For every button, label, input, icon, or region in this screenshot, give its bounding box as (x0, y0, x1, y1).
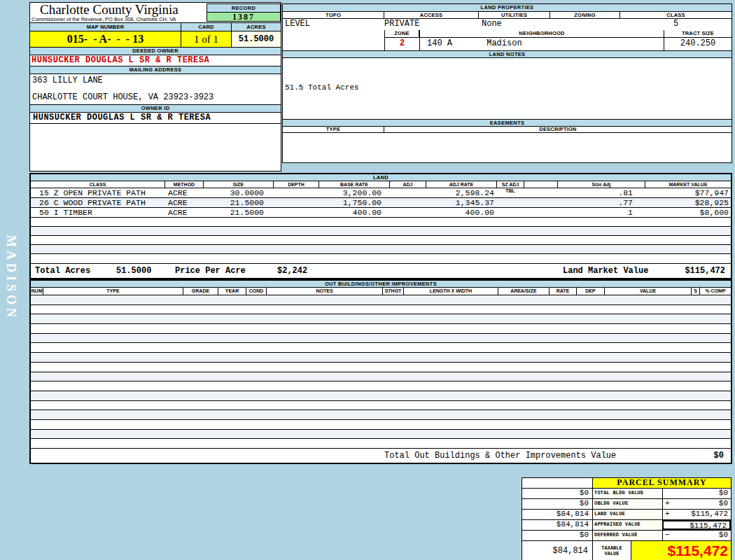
ob-num-header: NUM (31, 288, 43, 295)
easements-section-label: EASEMENTS (283, 119, 732, 127)
out-buildings-panel: OUT BUILDINGS/OTHER IMPROVEMENTS NUM TYP… (29, 279, 732, 464)
land-empty-row (31, 236, 731, 245)
price-per-acre-value: $2,242 (277, 266, 307, 276)
zone-row-spacer (283, 30, 384, 50)
land-row-method: ACRE (165, 198, 204, 207)
ps-row-value-cell: $115,472 (662, 520, 731, 530)
land-properties-values: LEVEL PRIVATE None 5 (283, 19, 732, 30)
tract-size-value: 240.250 (664, 38, 732, 50)
ob-empty-row (31, 410, 731, 420)
land-row: 26 C WOOD PRIVATE PATH ACRE 21.5000 1,75… (31, 198, 731, 208)
ps-row-land: $84,814 LAND VALUE + $115,472 (522, 509, 731, 519)
ps-value: $115,472 (690, 522, 727, 531)
map-number-label: MAP NUMBER (30, 23, 181, 31)
ps-row-label: TOTAL BLDG VALUE (592, 489, 662, 498)
land-row-adj-rate: 1,345.37 (426, 198, 497, 207)
mailing-address-label: MAILING ADDRESS (30, 66, 281, 74)
land-row-market-value: $77,947 (645, 188, 731, 197)
address-line-1: 363 LILLY LANE (32, 76, 103, 85)
utilities-value: None (479, 19, 550, 30)
land-row-adj (390, 198, 426, 207)
land-row-blank (524, 198, 558, 207)
land-size-header: SIZE (204, 181, 274, 188)
land-properties-headers: TOPO ACCESS UTILITIES ZONING CLASS (283, 12, 732, 19)
land-row-class: 15 Z OPEN PRIVATE PATH (31, 188, 165, 197)
ps-taxable-label-line2: VALUE (593, 551, 631, 556)
land-note: 51.5 Total Acres (285, 83, 359, 92)
land-row-class: 50 I TIMBER (31, 208, 165, 217)
land-row-depth (274, 208, 319, 217)
ps-row-taxable: $84,814 TAXABLE VALUE $115,472 (522, 540, 731, 560)
zone-column: ZONE 2 (384, 30, 419, 50)
ob-empty-row (31, 363, 731, 372)
land-row-size-adj: 1 (558, 208, 645, 217)
zoning-label: ZONING (550, 12, 620, 18)
neighborhood-value: 140 A Madison (420, 38, 664, 50)
land-row-depth (274, 188, 319, 197)
ob-empty-row (31, 314, 731, 324)
ps-taxable-label-line1: TAXABLE (593, 545, 631, 551)
zoning-value (550, 19, 620, 30)
land-row-class: 26 C WOOD PRIVATE PATH (31, 198, 165, 207)
ob-empty-row (31, 372, 731, 382)
land-depth-header: DEPTH (274, 181, 319, 188)
ps-taxable-label: TAXABLE VALUE (592, 541, 631, 560)
price-per-acre-label: Price Per Acre (175, 266, 246, 276)
zone-value: 2 (385, 38, 419, 50)
land-sz-adj-tbl-header: SZ ADJ TBL (497, 181, 524, 188)
land-row-size: 21.5000 (204, 208, 274, 217)
parcel-id-headers: MAP NUMBER CARD ACRES (30, 23, 281, 31)
neighborhood-column: NEIGHBORHOOD 140 A Madison (419, 30, 664, 50)
land-market-value-total: $115,472 (685, 266, 725, 276)
land-row-sz-adj-tbl (497, 208, 524, 217)
land-properties-section-label: LAND PROPERTIES (283, 4, 732, 12)
land-empty-row (31, 218, 731, 227)
land-row-size: 21.5000 (204, 198, 274, 207)
land-market-value-label: Land Market Value (563, 266, 648, 276)
land-row-market-value: $28,925 (645, 198, 731, 207)
ob-area-size-header: AREA/SIZE (498, 288, 550, 295)
out-buildings-total-label: Total Out Buildings & Other Improvements… (384, 451, 616, 461)
district-watermark: MADISON (4, 235, 18, 321)
ps-row-value-cell: $0 (662, 489, 731, 498)
ob-grade-header: GRADE (183, 288, 218, 295)
ps-value: $115,472 (691, 510, 728, 519)
ps-prior-value: $0 (522, 499, 592, 509)
class-label: CLASS (620, 12, 732, 18)
ob-type-header: TYPE (43, 288, 183, 295)
ob-length-width-header: LENGTH X WIDTH (404, 288, 498, 295)
ob-empty-row (31, 295, 731, 305)
land-table-headers: CLASS METHOD SIZE DEPTH BASE RATE ADJ AD… (31, 181, 731, 188)
ps-sign: + (665, 499, 670, 508)
land-row-size: 30.0000 (204, 188, 274, 197)
zone-neighborhood-row: ZONE 2 NEIGHBORHOOD 140 A Madison TRACT … (283, 30, 732, 50)
ob-empty-row (31, 391, 731, 401)
ps-value: $0 (719, 489, 728, 498)
ps-sign: + (665, 510, 670, 519)
access-label: ACCESS (384, 12, 479, 18)
land-row-method: ACRE (165, 188, 204, 197)
land-base-rate-header: BASE RATE (319, 181, 390, 188)
ps-row-label: OBLDG VALUE (592, 499, 662, 509)
land-notes-section-label: LAND NOTES (283, 50, 732, 58)
class-value: 5 (620, 19, 732, 30)
topo-label: TOPO (283, 12, 384, 18)
land-row: 15 Z OPEN PRIVATE PATH ACRE 30.0000 3,20… (31, 188, 731, 198)
owner-panel: Charlotte County Virginia Commissioner o… (29, 2, 281, 172)
access-value: PRIVATE (384, 19, 479, 30)
deeded-owner-label: DEEDED OWNER (30, 48, 281, 55)
parcel-summary-header-row: PARCEL SUMMARY (522, 478, 731, 488)
map-number-value: 015- - A- - - 13 (30, 31, 181, 47)
zone-label: ZONE (385, 30, 419, 38)
land-empty-row (31, 254, 731, 263)
record-box: RECORD 1387 (206, 4, 281, 22)
ob-empty-row (31, 420, 731, 430)
out-buildings-total-row: Total Out Buildings & Other Improvements… (31, 449, 731, 463)
ps-header-spacer (522, 478, 592, 488)
land-method-header: METHOD (165, 181, 204, 188)
land-market-value-header: MARKET VALUE (645, 181, 731, 188)
mailing-address-box: 363 LILLY LANE CHARLOTTE COURT HOUSE, VA… (30, 74, 281, 105)
land-row-depth (274, 198, 319, 207)
land-blank-header (524, 181, 558, 188)
utilities-label: UTILITIES (479, 12, 550, 18)
